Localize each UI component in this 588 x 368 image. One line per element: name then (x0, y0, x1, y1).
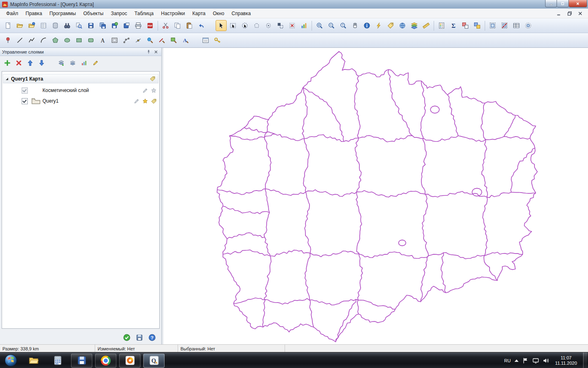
pack-layers-button[interactable] (67, 58, 78, 68)
unselect-all-button[interactable] (287, 20, 298, 31)
layer-control-button[interactable] (409, 20, 420, 31)
move-layer-up-button[interactable] (25, 58, 36, 68)
snapshot-button[interactable] (135, 333, 144, 342)
line-style-button[interactable] (156, 35, 167, 46)
save-workspace-button[interactable] (109, 20, 120, 31)
ruler-button[interactable] (421, 20, 432, 31)
zoom-out-button[interactable] (326, 20, 337, 31)
export-pdf-button[interactable]: PDF (145, 20, 156, 31)
zoom-in-button[interactable] (314, 20, 325, 31)
info-tool-button[interactable] (361, 20, 372, 31)
buffer-objects-button[interactable] (523, 20, 534, 31)
mdi-minimize-button[interactable] (555, 10, 564, 17)
region-style-button[interactable] (168, 35, 179, 46)
status-selection[interactable]: Выбранный: Нет (178, 345, 285, 352)
mapbasic-key-button[interactable] (212, 35, 223, 46)
show-hidden-icons-button[interactable] (514, 359, 519, 362)
copy-button[interactable] (172, 20, 183, 31)
frame-tool-button[interactable] (109, 35, 120, 46)
select-polygon-button[interactable] (251, 20, 262, 31)
menu-file[interactable]: Файл (2, 9, 22, 18)
menu-objects[interactable]: Объекты (80, 9, 107, 18)
set-target-district-button[interactable] (460, 20, 471, 31)
add-node-tool-button[interactable] (133, 35, 144, 46)
minimize-button[interactable] (545, 0, 557, 7)
open-table-button[interactable] (38, 20, 49, 31)
layer-row-query1[interactable]: Query1 (2, 96, 159, 106)
status-zoom-size[interactable]: Размер: 338,9 km (0, 345, 95, 352)
find-selection-button[interactable] (74, 20, 85, 31)
select-graph-button[interactable] (298, 20, 310, 31)
action-center-icon[interactable] (522, 357, 529, 364)
layer-visibility-checkbox[interactable] (22, 98, 28, 104)
mdi-close-button[interactable] (576, 10, 585, 17)
taskbar-explorer-button[interactable] (23, 354, 44, 368)
layer-row-icons[interactable] (134, 98, 157, 104)
close-button[interactable] (569, 0, 587, 7)
add-layer-button[interactable] (2, 58, 13, 68)
arc-tool-button[interactable] (38, 35, 49, 46)
drag-map-button[interactable] (397, 20, 408, 31)
invert-selection-button[interactable] (275, 20, 286, 31)
clip-region-button[interactable] (487, 20, 498, 31)
restore-button[interactable] (557, 0, 569, 7)
language-indicator[interactable]: RU (504, 358, 511, 363)
taskbar-chrome-button[interactable] (95, 354, 116, 368)
print-button[interactable] (133, 20, 144, 31)
cut-button[interactable] (160, 20, 171, 31)
line-tool-button[interactable] (14, 35, 25, 46)
layer-group-row[interactable]: Query1 Карта (3, 74, 158, 83)
find-button[interactable] (62, 20, 73, 31)
rounded-rect-tool-button[interactable] (85, 35, 96, 46)
rectangle-tool-button[interactable] (74, 35, 85, 46)
symbol-style-button[interactable] (145, 35, 156, 46)
clock[interactable]: 11:07 11.11.2020 (553, 355, 579, 366)
map-window[interactable] (163, 48, 588, 344)
edit-labels-button[interactable] (90, 58, 101, 68)
show-desktop-button[interactable] (583, 352, 587, 368)
new-button[interactable] (2, 20, 13, 31)
layer-row-cosmetic[interactable]: Косметический слой (2, 85, 159, 96)
menu-options[interactable]: Настройки (157, 9, 189, 18)
help-button[interactable]: ? (147, 333, 156, 342)
assign-district-button[interactable] (472, 20, 483, 31)
undo-button[interactable] (196, 20, 207, 31)
text-tool-button[interactable]: A (97, 35, 108, 46)
menu-table[interactable]: Таблица (131, 9, 157, 18)
layer-visibility-checkbox[interactable] (22, 88, 28, 94)
label-tool-button[interactable] (385, 20, 396, 31)
taskbar-orange-app-button[interactable] (119, 354, 140, 368)
taskbar-save-app-button[interactable] (71, 354, 92, 368)
close-panel-button[interactable] (153, 49, 159, 55)
hotlink-button[interactable] (373, 20, 384, 31)
insert-group-button[interactable] (56, 58, 67, 68)
polygon-tool-button[interactable] (50, 35, 61, 46)
table-list-button[interactable] (511, 20, 522, 31)
pan-button[interactable] (350, 20, 361, 31)
select-boundary-button[interactable] (263, 20, 274, 31)
save-button[interactable] (85, 20, 96, 31)
display-icon[interactable] (532, 357, 539, 364)
volume-icon[interactable] (543, 357, 549, 364)
ellipse-tool-button[interactable] (62, 35, 73, 46)
start-button[interactable] (2, 352, 19, 368)
statistics-button[interactable]: Σ (448, 20, 459, 31)
expander-icon[interactable] (6, 78, 8, 80)
save-copy-button[interactable] (97, 20, 108, 31)
save-window-button[interactable] (121, 20, 132, 31)
browser-window-button[interactable] (200, 35, 211, 46)
layer-row-icons[interactable] (142, 88, 157, 94)
legend-button[interactable] (436, 20, 447, 31)
pin-panel-button[interactable] (145, 49, 152, 55)
menu-window[interactable]: Окно (209, 9, 228, 18)
polyline-tool-button[interactable] (26, 35, 37, 46)
menu-query[interactable]: Запрос (107, 9, 131, 18)
map-canvas[interactable] (163, 48, 588, 344)
thematic-map-button[interactable] (79, 58, 89, 68)
paste-button[interactable] (184, 20, 195, 31)
menu-edit[interactable]: Правка (22, 9, 46, 18)
open-workspace-button[interactable] (26, 20, 37, 31)
apply-button[interactable] (122, 333, 131, 342)
move-layer-down-button[interactable] (36, 58, 47, 68)
text-style-button[interactable]: A (180, 35, 191, 46)
